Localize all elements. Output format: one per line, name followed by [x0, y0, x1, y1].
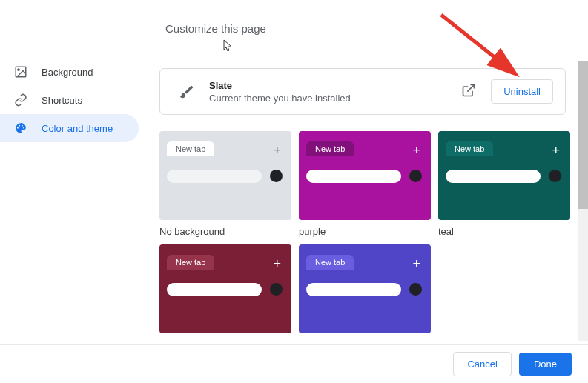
image-icon [13, 65, 28, 79]
uninstall-button[interactable]: Uninstall [491, 79, 553, 104]
sidebar-item-label: Shortcuts [42, 95, 82, 106]
tile-search-bar [167, 283, 262, 296]
theme-name: Slate [209, 80, 461, 91]
sidebar-item-color-theme[interactable]: Color and theme [0, 114, 139, 142]
tile-search-bar [446, 170, 541, 183]
footer: Cancel Done [0, 344, 588, 383]
open-external-icon[interactable] [461, 83, 476, 100]
sidebar-item-background[interactable]: Background [0, 58, 139, 86]
brush-icon [172, 84, 202, 100]
avatar-icon [270, 283, 283, 296]
svg-point-2 [17, 127, 19, 129]
theme-tile[interactable]: New tab+ [299, 244, 431, 333]
svg-point-5 [23, 127, 24, 129]
svg-point-3 [19, 125, 20, 127]
avatar-icon [409, 170, 422, 182]
page-title: Customize this page [165, 22, 566, 35]
theme-tile-wrap: New tab+ [159, 244, 291, 339]
cursor-icon [223, 39, 566, 55]
theme-description: Current theme you have installed [209, 93, 461, 104]
current-theme-box: Slate Current theme you have installed U… [159, 68, 566, 115]
scrollbar-thumb[interactable] [578, 61, 588, 209]
svg-point-4 [22, 125, 23, 127]
svg-point-1 [18, 69, 19, 70]
tile-label: purple [299, 226, 431, 237]
avatar-icon [409, 283, 422, 296]
link-icon [13, 93, 28, 107]
theme-tile[interactable]: New tab+ [159, 244, 291, 333]
sidebar-item-shortcuts[interactable]: Shortcuts [0, 86, 139, 114]
theme-tile[interactable]: New tab+ [438, 131, 570, 220]
cancel-button[interactable]: Cancel [453, 352, 511, 376]
theme-tile-wrap: New tab+teal [438, 131, 570, 237]
tile-label: teal [438, 226, 570, 237]
theme-tile[interactable]: New tab+ [159, 131, 291, 220]
tile-label: No background [159, 226, 291, 237]
plus-icon: + [273, 256, 281, 272]
palette-icon [13, 121, 28, 135]
tile-tab-chip: New tab [167, 255, 214, 270]
tile-search-bar [306, 283, 401, 296]
plus-icon: + [412, 256, 420, 272]
avatar-icon [549, 170, 561, 182]
done-button[interactable]: Done [519, 353, 572, 376]
tile-tab-chip: New tab [306, 141, 354, 156]
theme-tile-wrap: New tab+No background [159, 131, 291, 237]
plus-icon: + [552, 143, 560, 159]
plus-icon: + [273, 143, 281, 159]
tile-tab-chip: New tab [446, 141, 493, 156]
theme-tile-wrap: New tab+ [299, 244, 431, 339]
tile-tab-chip: New tab [167, 141, 214, 156]
sidebar-item-label: Background [42, 67, 93, 78]
tile-search-bar [167, 170, 262, 183]
theme-tile[interactable]: New tab+ [299, 131, 431, 220]
theme-tile-wrap: New tab+purple [299, 131, 431, 237]
sidebar-item-label: Color and theme [42, 123, 113, 134]
plus-icon: + [412, 143, 420, 159]
avatar-icon [270, 170, 283, 182]
theme-grid: New tab+No backgroundNew tab+purpleNew t… [159, 131, 566, 339]
svg-line-6 [467, 85, 474, 92]
tile-tab-chip: New tab [306, 255, 354, 270]
sidebar: Background Shortcuts Color and theme [0, 0, 145, 344]
tile-search-bar [306, 170, 401, 183]
main-content: Customize this page Slate Current theme … [145, 0, 588, 344]
scrollbar[interactable] [578, 61, 588, 341]
